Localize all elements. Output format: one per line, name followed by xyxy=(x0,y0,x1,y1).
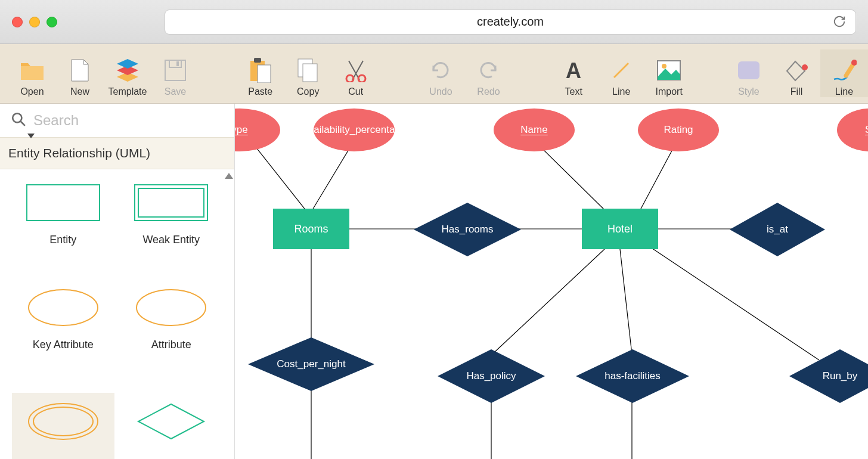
fill-icon xyxy=(784,58,809,83)
style-label: Style xyxy=(738,86,760,97)
relation-has-policy[interactable]: Has_policy xyxy=(438,349,545,403)
dropdown-caret-icon[interactable] xyxy=(27,134,35,138)
svg-rect-23 xyxy=(135,185,207,221)
line-tool-button[interactable]: Line xyxy=(597,49,645,97)
shape-extra-1[interactable] xyxy=(12,393,114,459)
template-label: Template xyxy=(108,86,147,97)
svg-point-20 xyxy=(13,113,21,122)
shape-sidebar: Entity Relationship (UML) Entity Weak En… xyxy=(0,104,235,459)
shape-group-header[interactable]: Entity Relationship (UML) xyxy=(0,137,234,169)
save-button[interactable]: Save xyxy=(151,49,199,97)
redo-label: Redo xyxy=(477,86,500,97)
template-button[interactable]: Template xyxy=(104,49,151,97)
import-button[interactable]: Import xyxy=(645,49,693,97)
shape-entity[interactable]: Entity xyxy=(12,182,114,263)
relation-cost-per-night[interactable]: Cost_per_night xyxy=(248,337,374,391)
attribute-rating[interactable]: Rating xyxy=(638,108,719,151)
copy-icon xyxy=(296,58,321,83)
style-icon xyxy=(736,58,761,83)
relation-run-by[interactable]: Run_by xyxy=(789,349,868,403)
svg-rect-3 xyxy=(165,60,185,80)
relation-has-facilities[interactable]: has-facilities xyxy=(576,349,689,403)
diagram-canvas[interactable]: ype Availability_percentage Name Rating … xyxy=(235,104,868,459)
cut-icon xyxy=(343,58,368,83)
shape-label: Key Attribute xyxy=(33,339,94,351)
import-label: Import xyxy=(656,86,683,97)
style-button[interactable]: Style xyxy=(725,49,773,97)
svg-line-39 xyxy=(492,249,604,354)
svg-rect-7 xyxy=(254,58,261,63)
refresh-icon[interactable] xyxy=(833,15,847,29)
fill-label: Fill xyxy=(790,86,802,97)
search-input[interactable] xyxy=(33,112,224,129)
undo-button[interactable]: Undo xyxy=(417,49,464,97)
line-icon xyxy=(609,58,634,83)
shape-weak-entity[interactable]: Weak Entity xyxy=(120,182,223,263)
line-style-label: Line xyxy=(835,86,853,97)
svg-line-41 xyxy=(646,244,819,360)
shape-key-attribute[interactable]: Key Attribute xyxy=(12,287,114,368)
text-label: Text xyxy=(565,86,582,97)
browser-chrome: creately.com xyxy=(0,0,868,44)
window-controls xyxy=(12,17,57,27)
open-button[interactable]: Open xyxy=(8,49,56,97)
svg-rect-8 xyxy=(258,65,271,83)
svg-marker-29 xyxy=(138,404,204,439)
svg-rect-10 xyxy=(303,64,317,82)
redo-button[interactable]: Redo xyxy=(464,49,512,97)
cut-button[interactable]: Cut xyxy=(332,49,380,97)
address-bar[interactable]: creately.com xyxy=(165,10,856,35)
relation-is-at[interactable]: is_at xyxy=(730,203,825,256)
close-window-button[interactable] xyxy=(12,17,23,27)
svg-rect-24 xyxy=(138,188,204,217)
search-row xyxy=(0,104,234,137)
fill-button[interactable]: Fill xyxy=(773,49,820,97)
svg-line-21 xyxy=(20,121,25,126)
copy-label: Copy xyxy=(297,86,319,97)
text-icon: A xyxy=(561,58,586,83)
svg-point-27 xyxy=(29,404,98,439)
svg-point-16 xyxy=(662,64,666,69)
relation-has-rooms[interactable]: Has_rooms xyxy=(414,203,521,256)
svg-line-40 xyxy=(620,249,632,354)
line-style-button[interactable]: Line xyxy=(820,49,868,97)
maximize-window-button[interactable] xyxy=(46,17,57,27)
svg-point-26 xyxy=(137,290,206,325)
shape-extra-2[interactable] xyxy=(120,393,223,459)
attribute-availability[interactable]: Availability_percentage xyxy=(314,108,395,151)
attribute-type[interactable]: ype xyxy=(235,108,280,151)
folder-icon xyxy=(20,58,45,83)
undo-label: Undo xyxy=(429,86,452,97)
import-icon xyxy=(656,58,681,83)
open-label: Open xyxy=(20,86,44,97)
svg-point-18 xyxy=(802,64,808,70)
svg-rect-5 xyxy=(176,61,179,66)
shape-attribute[interactable]: Attribute xyxy=(120,287,223,368)
shape-label: Entity xyxy=(49,234,76,246)
new-label: New xyxy=(70,86,89,97)
svg-rect-22 xyxy=(27,185,100,221)
redo-icon xyxy=(476,58,501,83)
attribute-status[interactable]: St xyxy=(837,108,868,151)
svg-marker-2 xyxy=(117,59,138,69)
cut-label: Cut xyxy=(348,86,363,97)
entity-rooms[interactable]: Rooms xyxy=(273,209,349,249)
new-button[interactable]: New xyxy=(56,49,104,97)
svg-point-28 xyxy=(33,407,93,436)
svg-line-30 xyxy=(250,139,306,211)
attribute-name[interactable]: Name xyxy=(494,108,575,151)
new-file-icon xyxy=(67,58,92,83)
svg-rect-17 xyxy=(738,61,760,79)
minimize-window-button[interactable] xyxy=(29,17,40,27)
paste-icon xyxy=(248,58,273,83)
copy-button[interactable]: Copy xyxy=(284,49,332,97)
undo-icon xyxy=(428,58,453,83)
scroll-up-icon[interactable] xyxy=(225,173,233,179)
paste-button[interactable]: Paste xyxy=(237,49,284,97)
pencil-icon xyxy=(832,58,857,83)
svg-line-14 xyxy=(614,63,628,77)
entity-hotel[interactable]: Hotel xyxy=(582,209,658,249)
svg-rect-4 xyxy=(169,60,181,67)
shape-label: Attribute xyxy=(151,339,191,351)
text-tool-button[interactable]: A Text xyxy=(550,49,597,97)
